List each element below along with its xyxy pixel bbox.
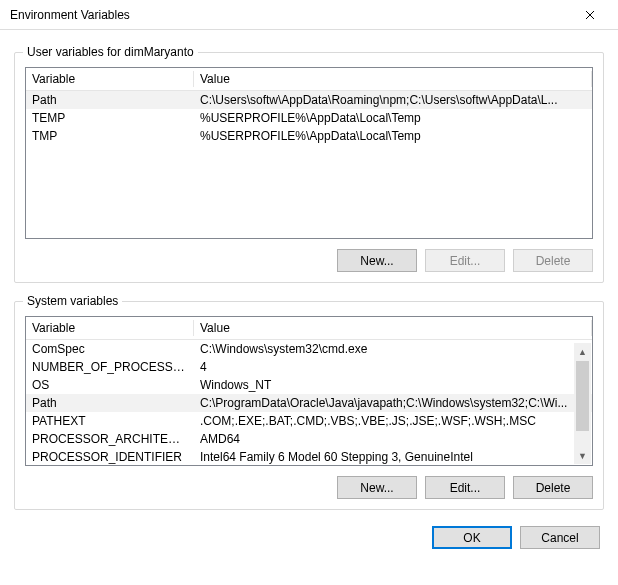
user-edit-button[interactable]: Edit... (425, 249, 505, 272)
titlebar: Environment Variables (0, 0, 618, 30)
table-row[interactable]: PATHEXT.COM;.EXE;.BAT;.CMD;.VBS;.VBE;.JS… (26, 412, 592, 430)
cell-value: .COM;.EXE;.BAT;.CMD;.VBS;.VBE;.JS;.JSE;.… (194, 412, 592, 430)
dialog-content: User variables for dimMaryanto Variable … (0, 30, 618, 563)
cell-variable: ComSpec (26, 340, 194, 359)
system-button-row: New... Edit... Delete (25, 476, 593, 499)
system-variables-table-wrap[interactable]: Variable Value ComSpecC:\Windows\system3… (25, 316, 593, 466)
cancel-button[interactable]: Cancel (520, 526, 600, 549)
table-row[interactable]: PROCESSOR_ARCHITECTUREAMD64 (26, 430, 592, 448)
system-variables-legend: System variables (23, 294, 122, 308)
system-delete-button[interactable]: Delete (513, 476, 593, 499)
user-col-value[interactable]: Value (194, 68, 592, 91)
cell-value: AMD64 (194, 430, 592, 448)
table-row[interactable]: TMP%USERPROFILE%\AppData\Local\Temp (26, 127, 592, 145)
sys-col-variable[interactable]: Variable (26, 317, 194, 340)
table-row[interactable]: NUMBER_OF_PROCESSORS4 (26, 358, 592, 376)
cell-variable: PROCESSOR_ARCHITECTURE (26, 430, 194, 448)
cell-value: 4 (194, 358, 592, 376)
cell-value: C:\ProgramData\Oracle\Java\javapath;C:\W… (194, 394, 592, 412)
system-variables-group: System variables Variable Value ComSpecC… (14, 301, 604, 510)
ok-button[interactable]: OK (432, 526, 512, 549)
table-row[interactable]: ComSpecC:\Windows\system32\cmd.exe (26, 340, 592, 359)
footer-buttons: OK Cancel (14, 526, 604, 549)
cell-value: C:\Windows\system32\cmd.exe (194, 340, 592, 359)
system-new-button[interactable]: New... (337, 476, 417, 499)
system-variables-table: Variable Value ComSpecC:\Windows\system3… (26, 317, 592, 466)
cell-variable: TMP (26, 127, 194, 145)
scrollbar[interactable]: ▲ ▼ (574, 343, 591, 464)
cell-value: Intel64 Family 6 Model 60 Stepping 3, Ge… (194, 448, 592, 466)
cell-value: Windows_NT (194, 376, 592, 394)
table-row[interactable]: TEMP%USERPROFILE%\AppData\Local\Temp (26, 109, 592, 127)
table-row[interactable]: PROCESSOR_IDENTIFIERIntel64 Family 6 Mod… (26, 448, 592, 466)
scroll-up-icon[interactable]: ▲ (574, 343, 591, 360)
table-row[interactable]: PathC:\ProgramData\Oracle\Java\javapath;… (26, 394, 592, 412)
scroll-down-icon[interactable]: ▼ (574, 447, 591, 464)
user-variables-table-wrap[interactable]: Variable Value PathC:\Users\softw\AppDat… (25, 67, 593, 239)
scroll-thumb[interactable] (576, 361, 589, 431)
cell-variable: PATHEXT (26, 412, 194, 430)
user-variables-table: Variable Value PathC:\Users\softw\AppDat… (26, 68, 592, 145)
cell-value: %USERPROFILE%\AppData\Local\Temp (194, 127, 592, 145)
user-variables-group: User variables for dimMaryanto Variable … (14, 52, 604, 283)
cell-variable: OS (26, 376, 194, 394)
cell-variable: NUMBER_OF_PROCESSORS (26, 358, 194, 376)
user-col-variable[interactable]: Variable (26, 68, 194, 91)
user-new-button[interactable]: New... (337, 249, 417, 272)
user-button-row: New... Edit... Delete (25, 249, 593, 272)
user-variables-legend: User variables for dimMaryanto (23, 45, 198, 59)
cell-variable: Path (26, 91, 194, 110)
close-button[interactable] (570, 1, 610, 29)
close-icon (585, 10, 595, 20)
system-edit-button[interactable]: Edit... (425, 476, 505, 499)
table-row[interactable]: PathC:\Users\softw\AppData\Roaming\npm;C… (26, 91, 592, 110)
table-row[interactable]: OSWindows_NT (26, 376, 592, 394)
cell-variable: Path (26, 394, 194, 412)
window-title: Environment Variables (10, 8, 570, 22)
cell-value: %USERPROFILE%\AppData\Local\Temp (194, 109, 592, 127)
sys-col-value[interactable]: Value (194, 317, 592, 340)
cell-value: C:\Users\softw\AppData\Roaming\npm;C:\Us… (194, 91, 592, 110)
cell-variable: TEMP (26, 109, 194, 127)
cell-variable: PROCESSOR_IDENTIFIER (26, 448, 194, 466)
user-delete-button[interactable]: Delete (513, 249, 593, 272)
